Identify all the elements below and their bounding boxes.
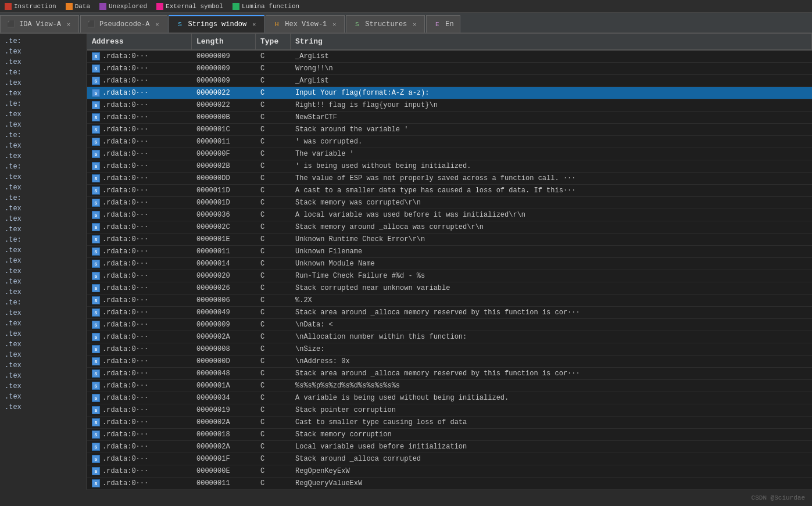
sidebar-item[interactable]: .tex bbox=[0, 381, 87, 392]
tab-bar: ⬛ IDA View-A ✕ ⬛ Pseudocode-A ✕ S String… bbox=[0, 13, 812, 34]
table-row[interactable]: S.rdata:0···0000000DC\nAddress: 0x bbox=[87, 356, 812, 368]
sidebar-item[interactable]: .te: bbox=[0, 99, 87, 109]
table-row[interactable]: S.rdata:0···0000000FCThe variable ' bbox=[87, 148, 812, 160]
address-icon: S bbox=[92, 89, 100, 97]
sidebar-item[interactable]: .te: bbox=[0, 235, 87, 245]
table-row[interactable]: S.rdata:0···00000022CRight!! flag is fla… bbox=[87, 99, 812, 112]
cell-length: 00000036 bbox=[192, 209, 256, 221]
sidebar-item[interactable]: .tex bbox=[0, 120, 87, 130]
table-row[interactable]: S.rdata:0···00000022CInput Your flag(for… bbox=[87, 87, 812, 99]
sidebar-item[interactable]: .tex bbox=[0, 88, 87, 99]
cell-string: RegQueryValueExW bbox=[291, 478, 812, 489]
table-row[interactable]: S.rdata:0···0000000BCNewStarCTF bbox=[87, 112, 812, 124]
table-row[interactable]: S.rdata:0···00000026CStack corrupted nea… bbox=[87, 282, 812, 295]
cell-string: Unknown Runtime Check Error\r\n bbox=[291, 234, 812, 245]
unexplored-label: Unexplored bbox=[109, 3, 147, 10]
tab-en[interactable]: E En bbox=[426, 15, 460, 33]
table-row[interactable]: S.rdata:0···00000036CA local variable wa… bbox=[87, 209, 812, 221]
tab-strings-close[interactable]: ✕ bbox=[250, 20, 258, 28]
sidebar-item[interactable]: .tex bbox=[0, 78, 87, 88]
sidebar-item[interactable]: .tex bbox=[0, 371, 87, 381]
table-row[interactable]: S.rdata:0···0000002ACLocal variable used… bbox=[87, 441, 812, 453]
tab-structures[interactable]: S Structures ✕ bbox=[346, 15, 425, 33]
tab-pseudo-close[interactable]: ✕ bbox=[153, 20, 161, 28]
tab-ida-close[interactable]: ✕ bbox=[65, 20, 73, 28]
table-row[interactable]: S.rdata:0···00000009C\nData: < bbox=[87, 319, 812, 331]
sidebar-item[interactable]: .tex bbox=[0, 182, 87, 193]
sidebar-item[interactable]: .tex bbox=[0, 402, 87, 412]
sidebar-item[interactable]: .tex bbox=[0, 256, 87, 266]
sidebar-item[interactable]: .tex bbox=[0, 318, 87, 329]
table-row[interactable]: S.rdata:0···00000011C' was corrupted. bbox=[87, 136, 812, 148]
table-row[interactable]: S.rdata:0···00000008C\nSize: bbox=[87, 343, 812, 356]
table-row[interactable]: S.rdata:0···0000001AC%s%s%p%s%zd%s%d%s%s… bbox=[87, 380, 812, 392]
sidebar-item[interactable]: .tex bbox=[0, 308, 87, 318]
cell-string: %s%s%p%s%zd%s%d%s%s%s%s%s bbox=[291, 380, 812, 392]
sidebar[interactable]: .te:.tex.tex.te:.tex.tex.te:.tex.tex.te:… bbox=[0, 34, 87, 490]
table-row[interactable]: S.rdata:0···00000009C_ArgList bbox=[87, 51, 812, 63]
sidebar-item[interactable]: .tex bbox=[0, 203, 87, 214]
sidebar-item[interactable]: .te: bbox=[0, 162, 87, 172]
table-row[interactable]: S.rdata:0···0000002AC\nAllocation number… bbox=[87, 331, 812, 343]
tab-pseudocode[interactable]: ⬛ Pseudocode-A ✕ bbox=[80, 15, 167, 33]
table-row[interactable]: S.rdata:0···00000020CRun-Time Check Fail… bbox=[87, 270, 812, 282]
cell-address: S.rdata:0··· bbox=[87, 307, 192, 318]
table-row[interactable]: S.rdata:0···0000001FCStack around _alloc… bbox=[87, 453, 812, 465]
table-row[interactable]: S.rdata:0···00000009CWrong!!\n bbox=[87, 63, 812, 75]
sidebar-item[interactable]: .tex bbox=[0, 57, 87, 67]
table-row[interactable]: S.rdata:0···00000049CStack area around _… bbox=[87, 307, 812, 319]
table-row[interactable]: S.rdata:0···00000009C_ArgList bbox=[87, 75, 812, 87]
table-row[interactable]: S.rdata:0···00000034CA variable is being… bbox=[87, 392, 812, 404]
table-row[interactable]: S.rdata:0···0000002BC' is being used wit… bbox=[87, 160, 812, 173]
tab-strings[interactable]: S Strings window ✕ bbox=[169, 15, 264, 33]
tab-hex-close[interactable]: ✕ bbox=[330, 20, 338, 28]
sidebar-item[interactable]: .tex bbox=[0, 245, 87, 256]
sidebar-item[interactable]: .te: bbox=[0, 297, 87, 308]
sidebar-item[interactable]: .tex bbox=[0, 392, 87, 402]
address-text: .rdata:0··· bbox=[102, 260, 148, 268]
table-row[interactable]: S.rdata:0···00000006C%.2X bbox=[87, 295, 812, 307]
tab-ida-view[interactable]: ⬛ IDA View-A ✕ bbox=[0, 15, 79, 33]
table-row[interactable]: S.rdata:0···0000001CCStack around the va… bbox=[87, 124, 812, 136]
sidebar-item[interactable]: .te: bbox=[0, 193, 87, 203]
cell-string: Unknown Module Name bbox=[291, 258, 812, 270]
cell-type: C bbox=[256, 319, 291, 331]
table-row[interactable]: S.rdata:0···0000002ACCast to smaller typ… bbox=[87, 417, 812, 429]
table-row[interactable]: S.rdata:0···000000DDCThe value of ESP wa… bbox=[87, 173, 812, 185]
sidebar-item[interactable]: .te: bbox=[0, 36, 87, 46]
table-row[interactable]: S.rdata:0···0000002CCStack memory around… bbox=[87, 221, 812, 234]
cell-string: Input Your flag(format:A-Z a-z): bbox=[291, 87, 812, 99]
sidebar-item[interactable]: .tex bbox=[0, 172, 87, 182]
sidebar-item[interactable]: .tex bbox=[0, 329, 87, 339]
sidebar-item[interactable]: .tex bbox=[0, 266, 87, 277]
table-row[interactable]: S.rdata:0···00000018CStack memory corrup… bbox=[87, 429, 812, 441]
cell-length: 00000018 bbox=[192, 429, 256, 440]
cell-type: C bbox=[256, 282, 291, 294]
table-row[interactable]: S.rdata:0···0000001DCStack memory was co… bbox=[87, 197, 812, 209]
sidebar-item[interactable]: .te: bbox=[0, 67, 87, 78]
table-row[interactable]: S.rdata:0···00000011CRegQueryValueExW bbox=[87, 478, 812, 490]
table-row[interactable]: S.rdata:0···0000000ECRegOpenKeyExW bbox=[87, 465, 812, 478]
tab-struct-close[interactable]: ✕ bbox=[410, 20, 418, 28]
sidebar-item[interactable]: .tex bbox=[0, 277, 87, 287]
sidebar-item[interactable]: .te: bbox=[0, 130, 87, 141]
table-row[interactable]: S.rdata:0···00000011CUnknown Filename bbox=[87, 246, 812, 258]
table-row[interactable]: S.rdata:0···00000048CStack area around _… bbox=[87, 368, 812, 380]
sidebar-item[interactable]: .tex bbox=[0, 224, 87, 235]
sidebar-item[interactable]: .tex bbox=[0, 109, 87, 120]
sidebar-item[interactable]: .tex bbox=[0, 287, 87, 297]
table-row[interactable]: S.rdata:0···00000014CUnknown Module Name bbox=[87, 258, 812, 270]
sidebar-item[interactable]: .tex bbox=[0, 141, 87, 151]
sidebar-item[interactable]: .tex bbox=[0, 339, 87, 350]
sidebar-item[interactable]: .tex bbox=[0, 214, 87, 224]
table-row[interactable]: S.rdata:0···0000011DCA cast to a smaller… bbox=[87, 185, 812, 197]
sidebar-item[interactable]: .tex bbox=[0, 360, 87, 371]
table-row[interactable]: S.rdata:0···00000019CStack pointer corru… bbox=[87, 404, 812, 417]
sidebar-item[interactable]: .tex bbox=[0, 151, 87, 162]
sidebar-item[interactable]: .tex bbox=[0, 350, 87, 360]
sidebar-item[interactable]: .tex bbox=[0, 46, 87, 57]
tab-hex-view[interactable]: H Hex View-1 ✕ bbox=[266, 15, 345, 33]
cell-string: Stack around _alloca corrupted bbox=[291, 453, 812, 465]
strings-table[interactable]: Address Length Type String S.rdata:0···0… bbox=[87, 34, 812, 490]
table-row[interactable]: S.rdata:0···0000001ECUnknown Runtime Che… bbox=[87, 234, 812, 246]
